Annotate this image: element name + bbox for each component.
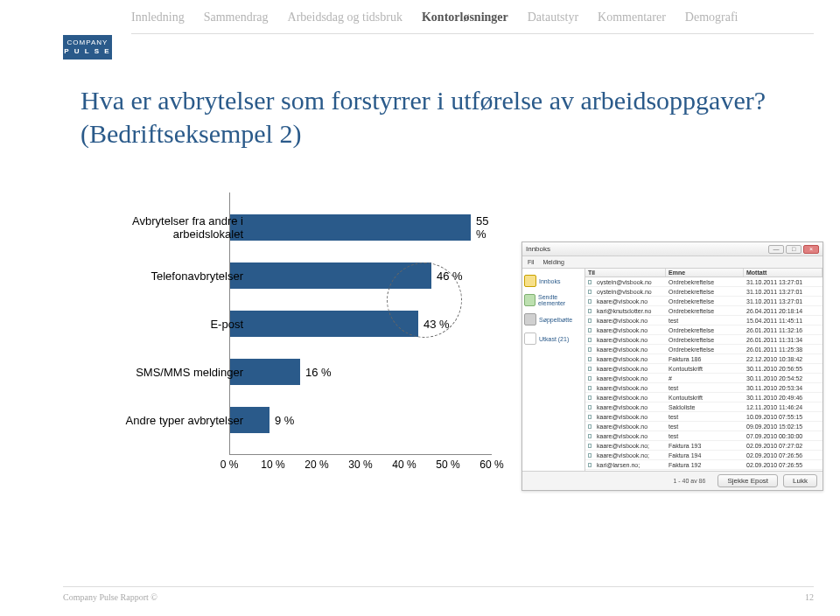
mail-subject: Saldoliste xyxy=(666,404,744,410)
menu-file[interactable]: Fil xyxy=(528,259,534,265)
nav-item-6[interactable]: Demografi xyxy=(685,10,738,24)
close-window-button[interactable]: Lukk xyxy=(783,474,817,487)
envelope-icon xyxy=(585,347,594,352)
mail-row[interactable]: kaare@visbook.notest15.04.2011 11:45:11 xyxy=(585,316,822,326)
mail-from: kari@knutsdotter.no xyxy=(594,308,666,314)
maximize-button[interactable]: □ xyxy=(786,245,802,254)
mail-from: kaare@visbook.no xyxy=(594,337,666,343)
envelope-icon xyxy=(585,463,594,467)
envelope-icon xyxy=(585,367,594,371)
mail-row[interactable]: kaare@visbook.notest30.11.2010 20:53:34 xyxy=(585,383,822,393)
mail-subject: Ordrebekreftelse xyxy=(666,289,744,295)
mail-subject: Ordrebekreftelse xyxy=(666,279,744,285)
mail-subject: Faktura 192 xyxy=(666,462,744,468)
mail-from: kaare@visbook.no xyxy=(594,404,666,410)
mail-from: kaare@visbook.no; xyxy=(594,443,666,449)
logo-text-2: P U L S E xyxy=(64,47,110,56)
mail-folder-3[interactable]: Utkast (21) xyxy=(524,329,583,348)
nav-item-0[interactable]: Innledning xyxy=(131,10,185,24)
mail-row[interactable]: kaare@visbook.noOrdrebekreftelse31.10.20… xyxy=(585,297,822,306)
folder-label: Sendte elementer xyxy=(538,294,583,306)
mail-row[interactable]: kaare@visbook.no;Faktura 19302.09.2010 0… xyxy=(585,441,822,451)
col-from[interactable]: Til xyxy=(585,269,666,276)
mail-subject: test xyxy=(666,424,744,430)
mail-row[interactable]: kaare@visbook.notest07.09.2010 00:30:00 xyxy=(585,431,822,441)
envelope-icon xyxy=(585,386,594,390)
envelope-icon xyxy=(585,357,594,361)
mail-date: 26.01.2011 11:32:16 xyxy=(744,327,822,333)
check-email-button[interactable]: Sjekke Epost xyxy=(718,474,778,487)
mail-from: kaare@visbook.no xyxy=(594,318,666,324)
top-nav-rule xyxy=(131,33,814,34)
mail-subject: Ordrebekreftelse xyxy=(666,308,744,314)
nav-item-5[interactable]: Kommentarer xyxy=(598,10,666,24)
col-received[interactable]: Mottatt xyxy=(744,269,822,276)
x-tick-3: 30 % xyxy=(343,458,378,471)
page-title: Hva er avbrytelser som forstyrrer i utfø… xyxy=(80,84,788,150)
mail-from: kaare@visbook.no xyxy=(594,424,666,430)
mail-from: kaare@visbook.no xyxy=(594,346,666,353)
envelope-icon xyxy=(585,424,594,429)
mail-subject: Ordrebekreftelse xyxy=(666,327,744,333)
mail-row[interactable]: kaare@visbook.no#30.11.2010 20:54:52 xyxy=(585,374,822,383)
mail-folder-sidebar: InnboksSendte elementerSøppelbøtteUtkast… xyxy=(522,269,585,471)
mail-from: kaare@visbook.no; xyxy=(594,452,666,458)
envelope-icon xyxy=(585,453,594,458)
mail-row[interactable]: kaare@visbook.noOrdrebekreftelse26.01.20… xyxy=(585,345,822,354)
mail-row[interactable]: kaare@visbook.notest09.09.2010 15:02:15 xyxy=(585,422,822,431)
window-footer: 1 - 40 av 86 Sjekke Epost Lukk xyxy=(522,471,822,490)
mail-from: kaare@visbook.no xyxy=(594,414,666,420)
mail-subject: Faktura 186 xyxy=(666,356,744,362)
footer-left: Company Pulse Rapport © xyxy=(63,592,158,602)
mail-from: kaare@visbook.no xyxy=(594,395,666,401)
mail-row[interactable]: oystein@visbook.noOrdrebekreftelse31.10.… xyxy=(585,277,822,287)
mail-from: kaare@visbook.no xyxy=(594,375,666,382)
top-nav: InnledningSammendragArbeidsdag og tidsbr… xyxy=(0,0,840,35)
mail-row[interactable]: kaare@visbook.noKontoutskrift30.11.2010 … xyxy=(585,364,822,374)
nav-item-4[interactable]: Datautstyr xyxy=(528,10,578,24)
mail-date: 02.09.2010 07:27:02 xyxy=(744,443,822,449)
mail-folder-0[interactable]: Innboks xyxy=(524,271,583,290)
mail-row[interactable]: kaare@visbook.noFaktura 18622.12.2010 10… xyxy=(585,354,822,364)
mail-count-label: 1 - 40 av 86 xyxy=(528,478,712,484)
envelope-icon xyxy=(585,299,594,304)
x-tick-5: 50 % xyxy=(430,458,466,471)
mail-row[interactable]: kaare@visbook.noOrdrebekreftelse26.01.20… xyxy=(585,326,822,335)
mail-row[interactable]: kaare@visbook.notest10.09.2010 07:55:15 xyxy=(585,412,822,422)
mail-folder-1[interactable]: Sendte elementer xyxy=(524,290,583,310)
envelope-icon xyxy=(585,338,594,342)
category-label-4: Andre typer avbrytelser xyxy=(77,407,243,433)
close-button[interactable]: × xyxy=(803,245,819,254)
mail-subject: test xyxy=(666,433,744,439)
mail-date: 31.10.2011 13:27:01 xyxy=(744,279,822,285)
mail-row[interactable]: kari@larsen.no;Faktura 19202.09.2010 07:… xyxy=(585,460,822,470)
envelope-icon xyxy=(585,444,594,448)
mail-folder-2[interactable]: Søppelbøtte xyxy=(524,310,583,329)
minimize-button[interactable]: — xyxy=(768,245,784,254)
nav-item-2[interactable]: Arbeidsdag og tidsbruk xyxy=(288,10,402,24)
menu-message[interactable]: Melding xyxy=(542,259,564,265)
mail-subject: Kontoutskrift xyxy=(666,366,744,372)
mail-subject: Faktura 194 xyxy=(666,452,744,458)
mail-from: oystein@visbook.no xyxy=(594,279,666,285)
mail-row[interactable]: oystein@visbook.noOrdrebekreftelse31.10.… xyxy=(585,287,822,297)
nav-item-3[interactable]: Kontorløsninger xyxy=(422,10,508,24)
logo-text-1: COMPANY xyxy=(67,38,108,47)
mail-from: kaare@visbook.no xyxy=(594,433,666,439)
mail-row[interactable]: kaare@visbook.noSaldoliste12.11.2010 11:… xyxy=(585,402,822,412)
envelope-icon xyxy=(585,309,594,313)
mail-row[interactable]: kaare@visbook.no;Faktura 19402.09.2010 0… xyxy=(585,451,822,460)
mail-row[interactable]: kaare@visbook.noOrdrebekreftelse26.01.20… xyxy=(585,335,822,345)
mail-date: 31.10.2011 13:27:01 xyxy=(744,298,822,304)
x-tick-1: 10 % xyxy=(256,458,290,471)
mail-date: 30.11.2010 20:56:55 xyxy=(744,366,822,372)
mail-date: 02.09.2010 07:26:55 xyxy=(744,462,822,468)
category-label-3: SMS/MMS meldinger xyxy=(77,359,243,385)
nav-item-1[interactable]: Sammendrag xyxy=(204,10,269,24)
mail-message-list: Til Emne Mottatt oystein@visbook.noOrdre… xyxy=(585,269,822,471)
mail-row[interactable]: kari@knutsdotter.noOrdrebekreftelse26.04… xyxy=(585,306,822,316)
mail-row[interactable]: kaare@visbook.noKontoutskrift30.11.2010 … xyxy=(585,393,822,402)
col-subject[interactable]: Emne xyxy=(666,269,744,276)
page-number: 12 xyxy=(805,592,814,602)
mail-date: 30.11.2010 20:53:34 xyxy=(744,385,822,391)
